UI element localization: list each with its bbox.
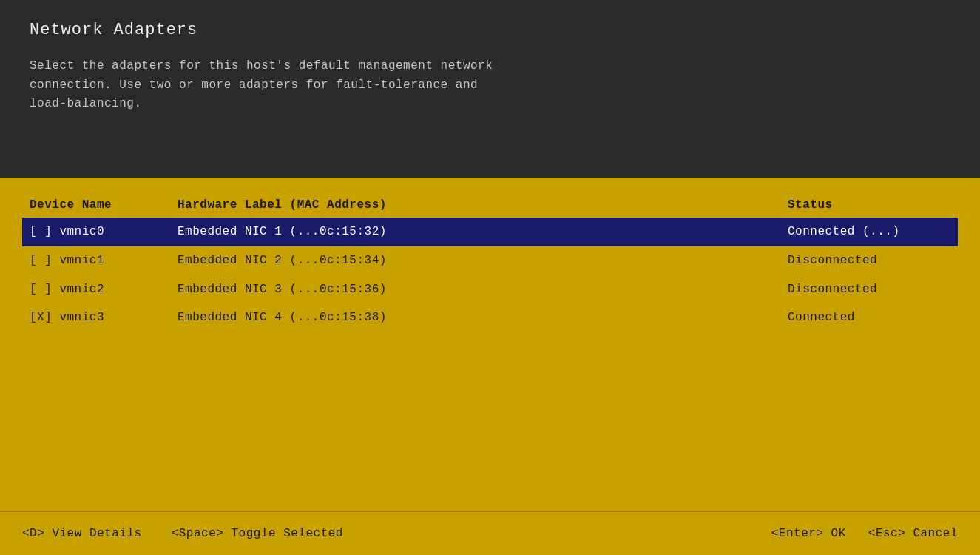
table-header: Device Name Hardware Label (MAC Address)…	[22, 192, 958, 218]
row-device-name: vmnic3	[59, 311, 104, 324]
screen: Network Adapters Select the adapters for…	[0, 0, 980, 555]
table-row[interactable]: [ ] vmnic1 Embedded NIC 2 (...0c:15:34) …	[22, 246, 958, 275]
row-device: [ ] vmnic0	[30, 224, 178, 240]
row-device: [ ] vmnic1	[30, 253, 178, 269]
col-header-device: Device Name	[30, 198, 178, 212]
row-hardware: Embedded NIC 2 (...0c:15:34)	[178, 253, 788, 269]
row-checkbox: [X]	[30, 311, 59, 324]
col-header-hardware: Hardware Label (MAC Address)	[178, 198, 788, 212]
row-status: Connected	[788, 310, 950, 326]
row-device-name: vmnic2	[59, 283, 104, 296]
top-section: Network Adapters Select the adapters for…	[0, 0, 980, 178]
row-hardware: Embedded NIC 1 (...0c:15:32)	[178, 224, 788, 240]
description: Select the adapters for this host's defa…	[30, 57, 950, 114]
main-section: Device Name Hardware Label (MAC Address)…	[0, 178, 980, 511]
row-checkbox: [ ]	[30, 254, 59, 267]
row-status: Disconnected	[788, 253, 950, 269]
shortcut-view-details[interactable]: <D> View Details	[22, 527, 142, 540]
row-device-name: vmnic0	[59, 225, 104, 238]
row-status: Connected (...)	[788, 224, 950, 240]
shortcut-cancel[interactable]: <Esc> Cancel	[868, 527, 958, 540]
row-hardware: Embedded NIC 4 (...0c:15:38)	[178, 310, 788, 326]
bottom-left-shortcuts: <D> View Details <Space> Toggle Selected	[22, 527, 343, 540]
row-device: [ ] vmnic2	[30, 282, 178, 297]
table-row[interactable]: [ ] vmnic0 Embedded NIC 1 (...0c:15:32) …	[22, 218, 958, 246]
row-device: [X] vmnic3	[30, 310, 178, 326]
row-device-name: vmnic1	[59, 254, 104, 267]
table-body: [ ] vmnic0 Embedded NIC 1 (...0c:15:32) …	[22, 218, 958, 332]
table-row[interactable]: [X] vmnic3 Embedded NIC 4 (...0c:15:38) …	[22, 303, 958, 332]
bottom-right-shortcuts: <Enter> OK <Esc> Cancel	[771, 527, 958, 540]
row-checkbox: [ ]	[30, 283, 59, 296]
row-status: Disconnected	[788, 282, 950, 297]
row-hardware: Embedded NIC 3 (...0c:15:36)	[178, 282, 788, 297]
bottom-bar: <D> View Details <Space> Toggle Selected…	[0, 511, 980, 555]
row-checkbox: [ ]	[30, 225, 59, 238]
shortcut-ok[interactable]: <Enter> OK	[771, 527, 846, 540]
page-title: Network Adapters	[30, 21, 950, 39]
description-line2: connection. Use two or more adapters for…	[30, 76, 950, 95]
shortcut-toggle[interactable]: <Space> Toggle Selected	[172, 527, 343, 540]
description-line1: Select the adapters for this host's defa…	[30, 57, 950, 76]
col-header-status: Status	[788, 198, 950, 212]
description-line3: load-balancing.	[30, 95, 950, 114]
table-row[interactable]: [ ] vmnic2 Embedded NIC 3 (...0c:15:36) …	[22, 275, 958, 304]
